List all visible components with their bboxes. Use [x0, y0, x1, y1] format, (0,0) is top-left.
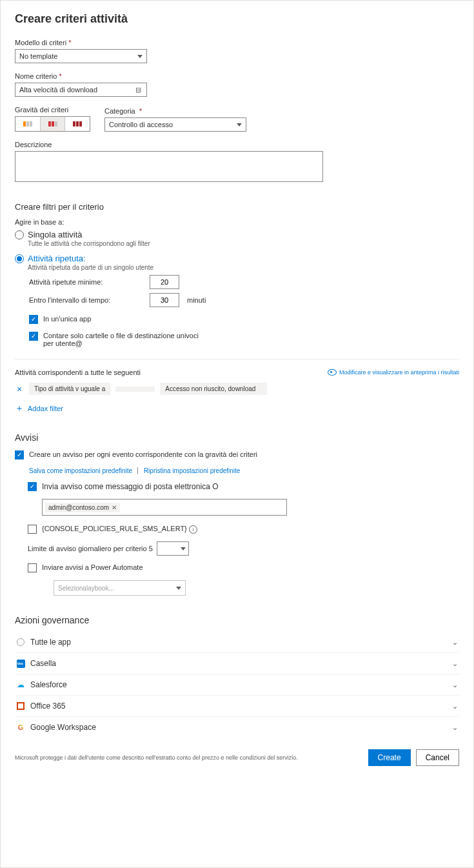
name-label: Nome criterio * [15, 72, 324, 80]
reset-default-link[interactable]: Ripristina impostazioni predefinite [144, 467, 241, 474]
category-select[interactable]: Controllo di accesso [104, 117, 246, 132]
preview-results-link[interactable]: Modificare e visualizzare in anteprima i… [328, 369, 459, 376]
office365-app-icon [17, 702, 25, 710]
description-label: Descrizione [15, 141, 324, 148]
save-as-default-link[interactable]: Salva come impostazioni predefinite [29, 467, 138, 474]
create-activity-policy-page: Creare criteri attività Modello di crite… [0, 0, 474, 868]
radio-repeated-activity[interactable]: Attività ripetuta: Attività ripetuta da … [15, 254, 324, 271]
daily-limit-label: Limite di avviso giornaliero per criteri… [28, 545, 153, 552]
remove-tag-icon[interactable]: ✕ [112, 504, 117, 511]
checkbox-email-alert[interactable]: ✓ [28, 482, 37, 491]
email-recipients-input[interactable]: admin@contoso.com ✕ [42, 499, 287, 516]
radio-icon [15, 230, 24, 239]
chevron-down-icon: ⌄ [452, 702, 458, 711]
cancel-button[interactable]: Cancel [416, 749, 459, 766]
page-title: Creare criteri attività [15, 12, 459, 26]
chevron-down-icon: ⌄ [452, 638, 458, 647]
daily-limit-select[interactable] [157, 541, 189, 556]
plus-icon: ＋ [15, 403, 24, 414]
severity-medium[interactable] [41, 117, 66, 131]
template-select[interactable]: No template [15, 49, 147, 63]
governance-list: Tutte le app ⌄ Casella ⌄ ☁Salesforce ⌄ O… [15, 632, 459, 738]
match-all-label: Attività corrispondenti a tutte le segue… [15, 368, 141, 376]
google-workspace-app-icon: G [16, 723, 25, 732]
filters-header: Creare filtri per il criterio [15, 202, 324, 212]
chevron-down-icon [176, 587, 181, 590]
alerts-header: Avvisi [15, 432, 459, 443]
checkbox-sms-alert[interactable]: ✓ [28, 525, 37, 534]
chevron-down-icon: ⌄ [452, 723, 458, 732]
remove-filter-icon[interactable]: × [15, 384, 24, 394]
interval-unit: minuti [187, 296, 206, 304]
checkbox-create-alert[interactable]: ✓ [15, 450, 24, 459]
salesforce-app-icon: ☁ [16, 680, 25, 689]
gov-row-all-apps[interactable]: Tutte le app ⌄ [15, 632, 459, 653]
category-label: Categoria * [104, 107, 246, 115]
checkbox-single-app[interactable]: ✓ [29, 315, 38, 324]
act-on-label: Agire in base a: [15, 218, 324, 226]
governance-header: Azioni governance [15, 615, 459, 625]
clear-icon[interactable]: ⊟ [135, 86, 143, 94]
info-icon[interactable]: i [189, 525, 197, 534]
severity-block: Gravità dei criteri [15, 97, 90, 132]
interval-input[interactable] [150, 293, 179, 307]
min-activities-input[interactable] [150, 275, 179, 289]
gov-row-office365[interactable]: Office 365 ⌄ [15, 696, 459, 717]
create-button[interactable]: Create [368, 749, 411, 766]
severity-low[interactable] [15, 117, 41, 131]
radio-single-activity[interactable]: Singola attività Tutte le attività che c… [15, 230, 324, 247]
category-block: Categoria * Controllo di accesso [104, 98, 246, 132]
gov-row-salesforce[interactable]: ☁Salesforce ⌄ [15, 674, 459, 696]
all-apps-icon [17, 638, 25, 646]
box-app-icon [17, 660, 25, 668]
radio-icon [15, 254, 24, 263]
description-input[interactable] [15, 151, 323, 182]
template-label: Modello di criteri * [15, 39, 324, 46]
policy-name-input[interactable]: Alta velocità di download⊟ [15, 83, 147, 97]
footer-disclaimer: Microsoft protegge i dati dell'utente co… [15, 754, 298, 761]
filter-op-chip[interactable] [115, 387, 155, 392]
chevron-down-icon: ⌄ [452, 681, 458, 689]
gov-row-google-workspace[interactable]: GGoogle Workspace ⌄ [15, 717, 459, 738]
email-tag: admin@contoso.com ✕ [45, 503, 120, 512]
chevron-down-icon [181, 547, 186, 550]
severity-toggle-group [15, 116, 90, 132]
add-filter-button[interactable]: ＋ Addax filter [15, 403, 459, 414]
eye-icon [328, 369, 337, 376]
filter-value-chip[interactable]: Accesso non riuscito, download [160, 383, 267, 395]
chevron-down-icon: ⌄ [452, 660, 458, 668]
min-activities-label: Attività ripetute minime: [29, 278, 142, 286]
gov-row-box[interactable]: Casella ⌄ [15, 653, 459, 674]
filter-row-activity-type: × Tipo di attività v uguale a Accesso no… [15, 383, 459, 395]
filter-field-chip[interactable]: Tipo di attività v uguale a [29, 383, 110, 395]
severity-label: Gravità dei criteri [15, 106, 90, 114]
playbook-select[interactable]: Selezionalaybook... [54, 580, 186, 596]
chevron-down-icon [237, 123, 242, 126]
form-column: Modello di criteri * No template Nome cr… [15, 39, 324, 347]
chevron-down-icon [137, 55, 143, 58]
interval-label: Entro l'intervallo di tempo: [29, 296, 142, 304]
checkbox-unique-targets[interactable]: ✓ [29, 332, 38, 341]
severity-high[interactable] [65, 117, 90, 131]
checkbox-power-automate[interactable]: ✓ [28, 563, 37, 572]
repeated-config: Attività ripetute minime: Entro l'interv… [29, 275, 324, 347]
